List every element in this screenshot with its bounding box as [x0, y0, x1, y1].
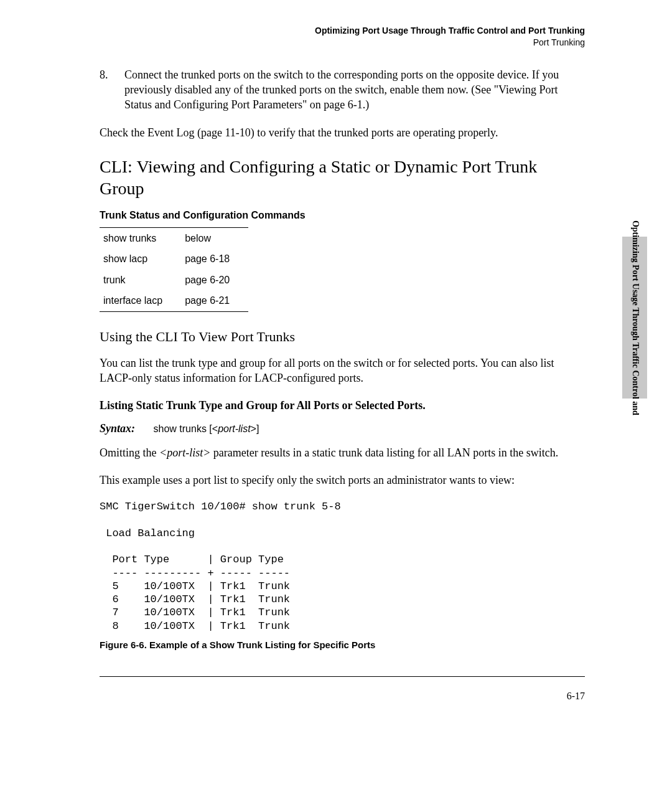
cmd-cell: show lacp: [100, 248, 181, 270]
figure-caption: Figure 6-6. Example of a Show Trunk List…: [100, 639, 585, 651]
command-table: show trunks below show lacp page 6-18 tr…: [100, 227, 248, 312]
paragraph-eventlog: Check the Event Log (page 11-10) to veri…: [100, 125, 585, 140]
table-row: trunk page 6-20: [100, 270, 248, 291]
table-row: show trunks below: [100, 227, 248, 248]
ref-cell: page 6-21: [181, 290, 248, 311]
footer-rule: [100, 676, 585, 677]
syntax-label: Syntax:: [100, 422, 135, 435]
table-row: interface lacp page 6-21: [100, 290, 248, 311]
page-header: Optimizing Port Usage Through Traffic Co…: [100, 25, 585, 49]
ref-cell: page 6-18: [181, 248, 248, 270]
ref-cell: below: [181, 227, 248, 248]
step-number: 8.: [100, 67, 124, 113]
table-title: Trunk Status and Configuration Commands: [100, 209, 585, 222]
step-8: 8. Connect the trunked ports on the swit…: [100, 67, 585, 113]
cmd-cell: trunk: [100, 270, 181, 291]
cli-output: SMC TigerSwitch 10/100# show trunk 5-8 L…: [100, 500, 585, 633]
syntax-line: Syntax: show trunks [<port-list>]: [100, 421, 585, 436]
paragraph-example: This example uses a port list to specify…: [100, 473, 585, 488]
step-text: Connect the trunked ports on the switch …: [124, 67, 585, 113]
bold-heading: Listing Static Trunk Type and Group for …: [100, 398, 585, 413]
syntax-command: show trunks [<port-list>]: [154, 423, 259, 434]
side-tab: Optimizing Port Usage Through Traffic Co…: [622, 237, 647, 399]
paragraph-omitting: Omitting the <port-list> parameter resul…: [100, 445, 585, 460]
side-tab-text: Optimizing Port Usage Through Traffic Co…: [630, 220, 640, 415]
cmd-cell: show trunks: [100, 227, 181, 248]
table-row: show lacp page 6-18: [100, 248, 248, 270]
page-number: 6-17: [100, 689, 585, 703]
header-subtitle: Port Trunking: [100, 37, 585, 49]
paragraph-listing: You can list the trunk type and group fo…: [100, 356, 585, 386]
subsection-heading: Using the CLI To View Port Trunks: [100, 328, 585, 346]
section-heading: CLI: Viewing and Configuring a Static or…: [100, 156, 585, 199]
cmd-cell: interface lacp: [100, 290, 181, 311]
header-title: Optimizing Port Usage Through Traffic Co…: [100, 25, 585, 37]
ref-cell: page 6-20: [181, 270, 248, 291]
